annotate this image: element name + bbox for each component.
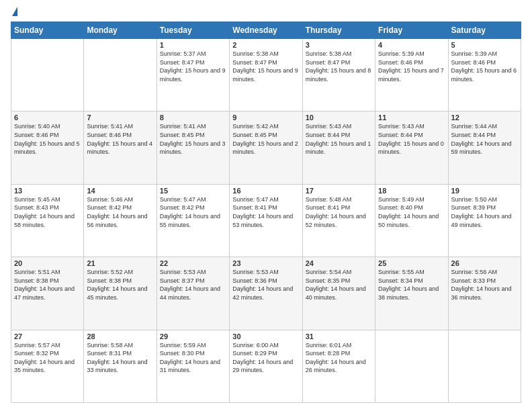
- day-info: Sunrise: 5:53 AM Sunset: 8:36 PM Dayligh…: [232, 268, 299, 302]
- day-number: 5: [451, 41, 518, 49]
- weekday-header-saturday: Saturday: [448, 22, 521, 39]
- day-info: Sunrise: 5:58 AM Sunset: 8:31 PM Dayligh…: [87, 341, 153, 375]
- day-number: 15: [160, 187, 226, 195]
- calendar-table: SundayMondayTuesdayWednesdayThursdayFrid…: [11, 21, 521, 403]
- day-info: Sunrise: 5:37 AM Sunset: 8:47 PM Dayligh…: [160, 50, 226, 83]
- day-number: 21: [87, 259, 153, 267]
- calendar-cell: 26Sunrise: 5:56 AM Sunset: 8:33 PM Dayli…: [448, 257, 521, 330]
- day-info: Sunrise: 5:38 AM Sunset: 8:47 PM Dayligh…: [306, 50, 372, 83]
- logo-triangle-icon: [12, 7, 17, 16]
- day-number: 3: [306, 41, 372, 49]
- day-number: 4: [378, 41, 445, 49]
- calendar-cell: [11, 39, 84, 111]
- calendar-cell: 13Sunrise: 5:45 AM Sunset: 8:43 PM Dayli…: [11, 184, 84, 257]
- day-number: 2: [232, 41, 299, 49]
- calendar-cell: 14Sunrise: 5:46 AM Sunset: 8:42 PM Dayli…: [84, 184, 157, 257]
- calendar-cell: 19Sunrise: 5:50 AM Sunset: 8:39 PM Dayli…: [448, 184, 521, 257]
- day-info: Sunrise: 5:50 AM Sunset: 8:39 PM Dayligh…: [451, 195, 518, 229]
- day-number: 17: [306, 187, 372, 195]
- calendar-cell: 7Sunrise: 5:41 AM Sunset: 8:46 PM Daylig…: [84, 111, 157, 184]
- day-info: Sunrise: 5:55 AM Sunset: 8:34 PM Dayligh…: [378, 268, 445, 302]
- calendar-cell: 8Sunrise: 5:41 AM Sunset: 8:45 PM Daylig…: [157, 111, 229, 184]
- calendar-cell: [84, 39, 157, 111]
- day-info: Sunrise: 5:44 AM Sunset: 8:44 PM Dayligh…: [451, 122, 518, 156]
- day-info: Sunrise: 5:54 AM Sunset: 8:35 PM Dayligh…: [306, 268, 372, 302]
- calendar-cell: 18Sunrise: 5:49 AM Sunset: 8:40 PM Dayli…: [375, 184, 448, 257]
- calendar-week-1: 1Sunrise: 5:37 AM Sunset: 8:47 PM Daylig…: [11, 39, 521, 111]
- calendar-cell: 12Sunrise: 5:44 AM Sunset: 8:44 PM Dayli…: [448, 111, 521, 184]
- day-number: 27: [14, 332, 81, 340]
- day-number: 28: [87, 332, 153, 340]
- calendar-cell: 25Sunrise: 5:55 AM Sunset: 8:34 PM Dayli…: [375, 257, 448, 330]
- calendar-cell: 5Sunrise: 5:39 AM Sunset: 8:46 PM Daylig…: [448, 39, 521, 111]
- day-number: 19: [451, 187, 518, 195]
- calendar-cell: 28Sunrise: 5:58 AM Sunset: 8:31 PM Dayli…: [84, 330, 157, 402]
- calendar-cell: [375, 330, 448, 402]
- day-info: Sunrise: 5:47 AM Sunset: 8:42 PM Dayligh…: [160, 195, 226, 229]
- day-info: Sunrise: 5:41 AM Sunset: 8:46 PM Dayligh…: [87, 122, 153, 156]
- day-number: 7: [87, 113, 153, 122]
- weekday-header-row: SundayMondayTuesdayWednesdayThursdayFrid…: [11, 22, 521, 39]
- day-number: 1: [160, 41, 226, 49]
- day-info: Sunrise: 5:59 AM Sunset: 8:30 PM Dayligh…: [160, 341, 226, 375]
- day-info: Sunrise: 5:53 AM Sunset: 8:37 PM Dayligh…: [160, 268, 226, 302]
- calendar-cell: 3Sunrise: 5:38 AM Sunset: 8:47 PM Daylig…: [302, 39, 375, 111]
- header: [11, 8, 521, 16]
- calendar-cell: 4Sunrise: 5:39 AM Sunset: 8:46 PM Daylig…: [375, 39, 448, 111]
- day-info: Sunrise: 5:48 AM Sunset: 8:41 PM Dayligh…: [306, 195, 372, 229]
- day-number: 14: [87, 187, 153, 195]
- day-number: 26: [451, 259, 518, 267]
- calendar-cell: 24Sunrise: 5:54 AM Sunset: 8:35 PM Dayli…: [302, 257, 375, 330]
- day-info: Sunrise: 5:40 AM Sunset: 8:46 PM Dayligh…: [14, 122, 81, 156]
- day-info: Sunrise: 5:41 AM Sunset: 8:45 PM Dayligh…: [160, 122, 226, 156]
- calendar-cell: 30Sunrise: 6:00 AM Sunset: 8:29 PM Dayli…: [230, 330, 302, 402]
- calendar-cell: 11Sunrise: 5:43 AM Sunset: 8:44 PM Dayli…: [375, 111, 448, 184]
- day-info: Sunrise: 5:43 AM Sunset: 8:44 PM Dayligh…: [306, 122, 372, 156]
- calendar-cell: 2Sunrise: 5:38 AM Sunset: 8:47 PM Daylig…: [230, 39, 302, 111]
- calendar-cell: 9Sunrise: 5:42 AM Sunset: 8:45 PM Daylig…: [230, 111, 302, 184]
- day-info: Sunrise: 5:38 AM Sunset: 8:47 PM Dayligh…: [232, 50, 299, 83]
- calendar-cell: 6Sunrise: 5:40 AM Sunset: 8:46 PM Daylig…: [11, 111, 84, 184]
- logo: [11, 8, 17, 16]
- calendar-week-4: 20Sunrise: 5:51 AM Sunset: 8:38 PM Dayli…: [11, 257, 521, 330]
- day-number: 12: [451, 113, 518, 122]
- day-number: 25: [378, 259, 445, 267]
- day-info: Sunrise: 5:56 AM Sunset: 8:33 PM Dayligh…: [451, 268, 518, 302]
- weekday-header-wednesday: Wednesday: [230, 22, 302, 39]
- day-info: Sunrise: 5:52 AM Sunset: 8:38 PM Dayligh…: [87, 268, 153, 302]
- calendar-cell: 31Sunrise: 6:01 AM Sunset: 8:28 PM Dayli…: [302, 330, 375, 402]
- day-number: 24: [306, 259, 372, 267]
- day-info: Sunrise: 6:00 AM Sunset: 8:29 PM Dayligh…: [232, 341, 299, 375]
- day-number: 30: [232, 332, 299, 340]
- day-number: 9: [232, 113, 299, 122]
- day-info: Sunrise: 5:39 AM Sunset: 8:46 PM Dayligh…: [378, 50, 445, 83]
- calendar-cell: 22Sunrise: 5:53 AM Sunset: 8:37 PM Dayli…: [157, 257, 229, 330]
- day-number: 22: [160, 259, 226, 267]
- calendar-cell: 15Sunrise: 5:47 AM Sunset: 8:42 PM Dayli…: [157, 184, 229, 257]
- day-number: 11: [378, 113, 445, 122]
- day-number: 31: [306, 332, 372, 340]
- weekday-header-monday: Monday: [84, 22, 157, 39]
- calendar-week-3: 13Sunrise: 5:45 AM Sunset: 8:43 PM Dayli…: [11, 184, 521, 257]
- day-number: 6: [14, 113, 81, 122]
- calendar-cell: 27Sunrise: 5:57 AM Sunset: 8:32 PM Dayli…: [11, 330, 84, 402]
- day-number: 23: [232, 259, 299, 267]
- weekday-header-friday: Friday: [375, 22, 448, 39]
- weekday-header-sunday: Sunday: [11, 22, 84, 39]
- day-info: Sunrise: 5:45 AM Sunset: 8:43 PM Dayligh…: [14, 195, 81, 229]
- calendar-cell: 16Sunrise: 5:47 AM Sunset: 8:41 PM Dayli…: [230, 184, 302, 257]
- calendar-cell: 10Sunrise: 5:43 AM Sunset: 8:44 PM Dayli…: [302, 111, 375, 184]
- day-number: 18: [378, 187, 445, 195]
- calendar-week-5: 27Sunrise: 5:57 AM Sunset: 8:32 PM Dayli…: [11, 330, 521, 402]
- day-info: Sunrise: 5:42 AM Sunset: 8:45 PM Dayligh…: [232, 122, 299, 156]
- day-info: Sunrise: 5:43 AM Sunset: 8:44 PM Dayligh…: [378, 122, 445, 156]
- calendar-cell: 23Sunrise: 5:53 AM Sunset: 8:36 PM Dayli…: [230, 257, 302, 330]
- day-info: Sunrise: 5:47 AM Sunset: 8:41 PM Dayligh…: [232, 195, 299, 229]
- day-info: Sunrise: 5:49 AM Sunset: 8:40 PM Dayligh…: [378, 195, 445, 229]
- day-number: 29: [160, 332, 226, 340]
- day-number: 8: [160, 113, 226, 122]
- day-info: Sunrise: 5:57 AM Sunset: 8:32 PM Dayligh…: [14, 341, 81, 375]
- weekday-header-thursday: Thursday: [302, 22, 375, 39]
- weekday-header-tuesday: Tuesday: [157, 22, 229, 39]
- day-info: Sunrise: 5:46 AM Sunset: 8:42 PM Dayligh…: [87, 195, 153, 229]
